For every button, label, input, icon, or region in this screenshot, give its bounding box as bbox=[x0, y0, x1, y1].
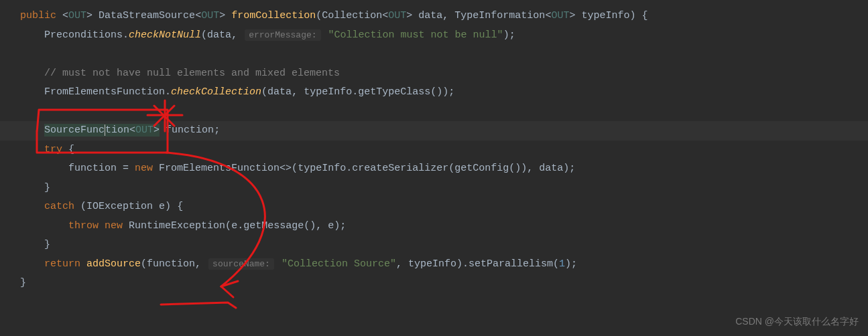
code-line: FromElementsFunction.checkCollection(dat… bbox=[0, 83, 868, 102]
code-editor[interactable]: public <OUT> DataStreamSource<OUT> fromC… bbox=[0, 7, 868, 293]
code-line: // must not have null elements and mixed… bbox=[0, 64, 868, 84]
code-line: return addSource(function, sourceName: "… bbox=[0, 255, 868, 274]
code-line: public <OUT> DataStreamSource<OUT> fromC… bbox=[0, 7, 868, 26]
code-line: } bbox=[0, 179, 868, 198]
parameter-hint: errorMessage: bbox=[245, 29, 320, 41]
code-line: } bbox=[0, 236, 868, 255]
code-line: throw new RuntimeException(e.getMessage(… bbox=[0, 217, 868, 236]
code-line: function = new FromElementsFunction<>(ty… bbox=[0, 159, 868, 179]
code-line bbox=[0, 45, 868, 64]
parameter-hint: sourceName: bbox=[208, 258, 274, 270]
code-line: } bbox=[0, 274, 868, 293]
code-line bbox=[0, 102, 868, 122]
code-line: catch (IOException e) { bbox=[0, 197, 868, 217]
code-line: Preconditions.checkNotNull(data, errorMe… bbox=[0, 26, 868, 46]
code-line-current: SourceFunction<OUT> function; bbox=[0, 121, 868, 141]
watermark: CSDN @今天该取什么名字好 bbox=[735, 313, 859, 331]
code-line: try { bbox=[0, 141, 868, 160]
